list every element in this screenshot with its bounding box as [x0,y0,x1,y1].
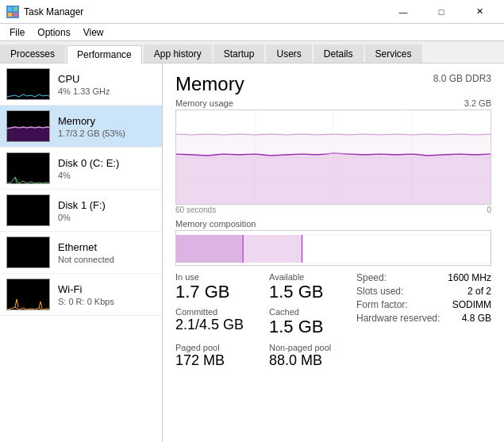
tab-details[interactable]: Details [314,44,364,63]
stat-form-factor: Form factor: SODIMM [356,299,491,310]
cpu-info: CPU 4% 1.33 GHz [58,73,110,96]
memory-detail: 1.7/3.2 GB (53%) [58,129,125,138]
content-header: Memory 8.0 GB DDR3 [175,73,491,95]
tab-performance[interactable]: Performance [67,45,142,63]
titlebar-left: Task Manager [6,6,83,18]
committed-value: 2.1/4.5 GB [175,317,250,334]
disk0-info: Disk 0 (C: E:) 4% [58,157,119,180]
svg-rect-15 [243,235,302,263]
disk0-detail: 4% [58,171,119,180]
tab-processes[interactable]: Processes [0,44,65,63]
sidebar-item-cpu[interactable]: CPU 4% 1.33 GHz [0,63,162,106]
sidebar-item-disk0[interactable]: Disk 0 (C: E:) 4% [0,148,162,190]
stats-left: In use 1.7 GB Available 1.5 GB Committed… [175,272,344,369]
cached-value: 1.5 GB [269,317,344,337]
main-container: CPU 4% 1.33 GHz Memory 1.7/3.2 GB (53%) [0,63,504,442]
memory-info: Memory 1.7/3.2 GB (53%) [58,115,125,138]
svg-rect-3 [13,13,17,17]
speed-label: Speed: [356,272,387,283]
wifi-mini-graph [6,279,50,310]
stats-container: In use 1.7 GB Available 1.5 GB Committed… [175,272,491,369]
ethernet-mini-graph [6,236,50,268]
paged-pool-value: 172 MB [175,352,250,370]
disk1-detail: 0% [58,213,106,222]
tabs: Processes Performance App history Startu… [0,41,504,63]
stats-right: Speed: 1600 MHz Slots used: 2 of 2 Form … [356,272,491,369]
stat-in-use: In use 1.7 GB [175,272,250,302]
svg-rect-4 [7,127,50,142]
stat-slots-used: Slots used: 2 of 2 [356,286,491,297]
svg-rect-16 [302,235,491,263]
memory-mini-graph [6,110,50,142]
speed-value: 1600 MHz [448,272,491,283]
svg-rect-2 [8,13,12,17]
content-title: Memory [175,73,244,95]
paged-pool-label: Paged pool [175,343,250,352]
memory-usage-section: Memory usage 3.2 GB [175,98,491,214]
slots-value: 2 of 2 [467,286,491,297]
stat-paged-pool: Paged pool 172 MB [175,343,250,370]
titlebar-title: Task Manager [24,6,83,17]
ethernet-info: Ethernet Not connected [58,241,114,264]
committed-label: Committed [175,307,250,317]
form-factor-value: SODIMM [452,299,491,310]
stat-cached: Cached 1.5 GB [269,307,344,337]
in-use-value: 1.7 GB [175,282,250,302]
tab-users[interactable]: Users [266,44,311,63]
chart-time-labels: 60 seconds 0 [175,206,491,214]
tab-app-history[interactable]: App history [144,44,212,63]
non-paged-pool-label: Non-paged pool [269,343,344,352]
content-subtitle: 8.0 GB DDR3 [433,73,491,84]
svg-rect-5 [7,195,50,226]
menu-options[interactable]: Options [31,25,76,39]
menu-view[interactable]: View [77,25,110,39]
minimize-button[interactable]: — [385,4,421,20]
disk0-mini-graph [6,152,50,184]
svg-rect-1 [13,7,17,11]
stat-speed: Speed: 1600 MHz [356,272,491,283]
stat-hardware-reserved: Hardware reserved: 4.8 GB [356,313,491,324]
maximize-button[interactable]: □ [423,4,460,20]
non-paged-pool-value: 88.0 MB [269,352,344,370]
time-start: 60 seconds [175,206,216,214]
sidebar-item-disk1[interactable]: Disk 1 (F:) 0% [0,190,162,232]
close-button[interactable]: ✕ [461,4,498,20]
menu-file[interactable]: File [3,25,31,39]
wifi-detail: S: 0 R: 0 Kbps [58,297,114,306]
svg-rect-0 [8,7,12,11]
disk1-label: Disk 1 (F:) [58,199,106,211]
memory-composition-svg [176,231,491,266]
wifi-info: Wi-Fi S: 0 R: 0 Kbps [58,283,114,306]
sidebar: CPU 4% 1.33 GHz Memory 1.7/3.2 GB (53%) [0,63,163,442]
content-panel: Memory 8.0 GB DDR3 Memory usage 3.2 GB [163,63,504,442]
sidebar-item-ethernet[interactable]: Ethernet Not connected [0,232,162,274]
ethernet-label: Ethernet [58,241,114,253]
disk0-label: Disk 0 (C: E:) [58,157,119,169]
titlebar: Task Manager — □ ✕ [0,0,504,24]
memory-usage-chart [175,110,491,205]
wifi-label: Wi-Fi [58,283,114,295]
time-end: 0 [487,206,491,214]
menubar: File Options View [0,24,504,41]
memory-composition-chart [175,230,491,266]
svg-rect-14 [176,235,243,263]
sidebar-item-wifi[interactable]: Wi-Fi S: 0 R: 0 Kbps [0,274,162,316]
svg-marker-12 [176,153,491,205]
memory-usage-label: Memory usage [175,98,233,108]
app-icon [6,6,19,18]
available-value: 1.5 GB [269,282,344,302]
hw-reserved-label: Hardware reserved: [356,313,440,324]
tab-services[interactable]: Services [365,44,422,63]
cached-label: Cached [269,307,344,317]
cpu-label: CPU [58,73,110,85]
sidebar-item-memory[interactable]: Memory 1.7/3.2 GB (53%) [0,106,162,148]
memory-composition-label: Memory composition [175,219,256,229]
tab-startup[interactable]: Startup [214,44,265,63]
memory-composition-section: Memory composition [175,219,491,266]
cpu-detail: 4% 1.33 GHz [58,86,110,96]
memory-label: Memory [58,115,125,127]
memory-composition-label-row: Memory composition [175,219,491,229]
hw-reserved-value: 4.8 GB [462,313,491,324]
stat-committed: Committed 2.1/4.5 GB [175,307,250,337]
disk1-info: Disk 1 (F:) 0% [58,199,106,222]
